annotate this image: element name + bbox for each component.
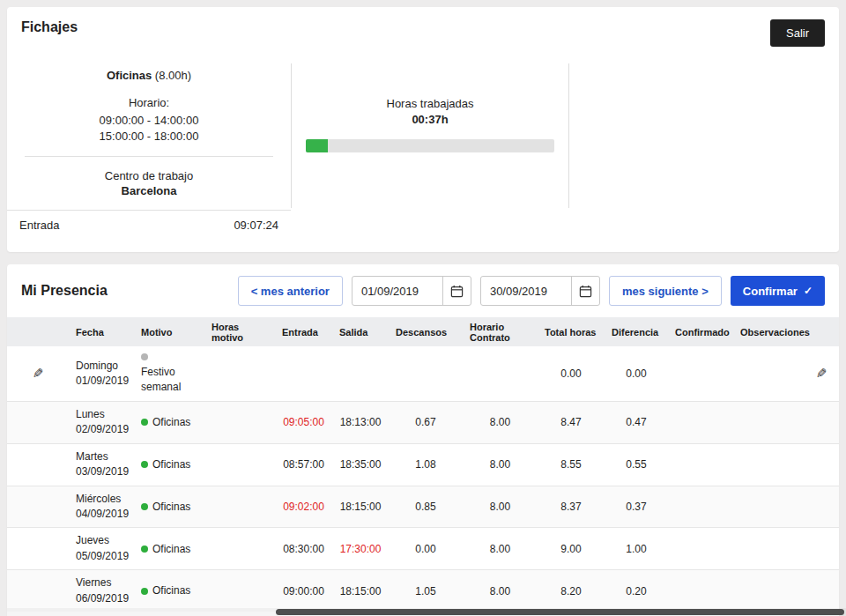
presence-table-body: ✎ Domingo 01/09/2019 Festivo semanal 0.0…	[7, 346, 839, 612]
col-entrada: Entrada	[275, 323, 332, 341]
cell-observaciones	[733, 417, 804, 427]
cell-fecha: Viernes 06/09/2019	[69, 570, 134, 612]
cell-observaciones	[733, 368, 804, 379]
col-motivo: Motivo	[134, 323, 204, 341]
cell-confirmado	[668, 501, 733, 512]
cell-fecha: Domingo 01/09/2019	[69, 353, 134, 395]
col-confirmado: Confirmado	[668, 323, 733, 341]
cell-edit-right: ✎	[804, 536, 839, 562]
mi-presencia-title: Mi Presencia	[21, 283, 108, 299]
date-from-input[interactable]: 01/09/2019	[352, 276, 471, 306]
cell-diferencia: 0.55	[605, 453, 668, 476]
cell-horas-motivo	[204, 417, 275, 427]
cell-horas-motivo	[204, 368, 275, 379]
cell-total-horas: 8.47	[538, 411, 605, 434]
cell-salida: 18:13:00	[332, 411, 389, 434]
entry-label: Entrada	[19, 219, 60, 232]
next-month-button[interactable]: mes siguiente >	[609, 276, 722, 306]
cell-salida: 18:15:00	[332, 580, 389, 603]
col-salida: Salida	[332, 323, 389, 341]
progress-fill	[306, 139, 328, 152]
table-row: ✎ Lunes 02/09/2019 Oficinas 09:05:00 18:…	[7, 401, 839, 443]
date-to-value: 30/09/2019	[481, 277, 571, 305]
fichajes-body: Oficinas (8.00h) Horario: 09:00:00 - 14:…	[7, 48, 839, 240]
cell-edit-right: ✎	[804, 578, 839, 605]
motivo-dot	[141, 503, 148, 510]
worked-hours-progressbar	[306, 139, 554, 152]
cell-fecha: Lunes 02/09/2019	[69, 402, 134, 443]
cell-horas-motivo	[204, 459, 275, 470]
worked-hours-label: Horas trabajadas	[292, 97, 568, 110]
cell-diferencia: 0.47	[605, 411, 668, 434]
col-observaciones: Observaciones	[733, 323, 813, 341]
cell-diferencia: 0.00	[605, 362, 668, 385]
horizontal-scrollbar[interactable]	[7, 608, 846, 616]
date-to-input[interactable]: 30/09/2019	[480, 276, 600, 306]
cell-edit-right: ✎	[804, 494, 839, 520]
shift-morning: 09:00:00 - 14:00:00	[7, 113, 291, 129]
fichajes-title: Fichajes	[21, 19, 78, 35]
presence-controls: Mi Presencia < mes anterior 01/09/2019 3…	[7, 264, 839, 317]
cell-confirmado	[668, 417, 733, 427]
cell-horas-motivo	[204, 501, 275, 512]
mi-presencia-card: Mi Presencia < mes anterior 01/09/2019 3…	[7, 264, 839, 616]
edit-row-button[interactable]: ✎	[33, 366, 44, 382]
cell-total-horas: 8.20	[538, 580, 605, 603]
presence-table-header: Fecha Motivo Horas motivo Entrada Salida…	[7, 317, 839, 346]
cell-edit-left: ✎	[7, 360, 69, 387]
check-icon: ✓	[804, 285, 813, 297]
table-row: ✎ Domingo 01/09/2019 Festivo semanal 0.0…	[7, 346, 839, 401]
cell-entrada: 08:30:00	[275, 538, 332, 560]
edit-row-button[interactable]: ✎	[816, 366, 827, 382]
fichajes-card: Fichajes Salir Oficinas (8.00h) Horario:…	[7, 7, 839, 252]
confirm-button[interactable]: Confirmar ✓	[731, 276, 825, 306]
cell-observaciones	[733, 544, 804, 554]
col-horas-motivo: Horas motivo	[204, 318, 275, 346]
calendar-icon[interactable]	[571, 277, 599, 305]
cell-confirmado	[668, 459, 733, 470]
prev-month-button[interactable]: < mes anterior	[238, 276, 343, 306]
cell-observaciones	[733, 586, 804, 597]
calendar-icon[interactable]	[442, 277, 471, 305]
cell-motivo: Oficinas	[134, 537, 204, 561]
divider	[25, 156, 273, 157]
cell-entrada: 08:57:00	[275, 453, 332, 476]
cell-edit-left: ✎	[7, 536, 69, 562]
vertical-divider	[568, 63, 569, 208]
fichajes-header: Fichajes Salir	[7, 7, 839, 48]
cell-descansos: 1.05	[389, 580, 463, 603]
motivo-dot	[141, 353, 148, 360]
schedule-column: Oficinas (8.00h) Horario: 09:00:00 - 14:…	[7, 63, 291, 240]
scrollbar-thumb[interactable]	[276, 609, 844, 615]
cell-fecha: Jueves 05/09/2019	[69, 528, 134, 569]
cell-edit-left: ✎	[7, 451, 69, 478]
cell-horario-contrato: 8.00	[463, 580, 538, 603]
schedule-block: Oficinas (8.00h) Horario: 09:00:00 - 14:…	[7, 63, 291, 210]
motivo-dot	[141, 419, 148, 426]
cell-fecha: Martes 03/09/2019	[69, 444, 134, 486]
cell-entrada: 09:00:00	[275, 580, 332, 603]
cell-diferencia: 0.37	[605, 495, 668, 518]
shift-afternoon: 15:00:00 - 18:00:00	[7, 129, 291, 145]
cell-total-horas: 9.00	[538, 538, 605, 560]
cell-horario-contrato: 8.00	[463, 495, 538, 518]
cell-confirmado	[668, 586, 733, 597]
cell-horas-motivo	[204, 586, 275, 597]
col-edit-spacer	[813, 329, 846, 336]
cell-observaciones	[733, 459, 804, 470]
schedule-hours: (8.00h)	[155, 69, 191, 82]
entry-row: Entrada 09:07:24	[7, 210, 291, 240]
cell-descansos: 1.08	[389, 453, 463, 476]
col-descansos: Descansos	[389, 323, 463, 341]
cell-horas-motivo	[204, 544, 275, 554]
cell-edit-right: ✎	[804, 409, 839, 435]
cell-motivo: Oficinas	[134, 494, 204, 519]
cell-descansos	[389, 368, 463, 379]
cell-diferencia: 1.00	[605, 538, 668, 560]
motivo-dot	[141, 545, 148, 553]
col-fecha: Fecha	[69, 323, 134, 341]
salir-button[interactable]: Salir	[770, 19, 825, 47]
worked-hours-value: 00:37h	[292, 113, 568, 126]
col-diferencia: Diferencia	[605, 323, 668, 341]
work-center-name: Barcelona	[7, 184, 291, 197]
